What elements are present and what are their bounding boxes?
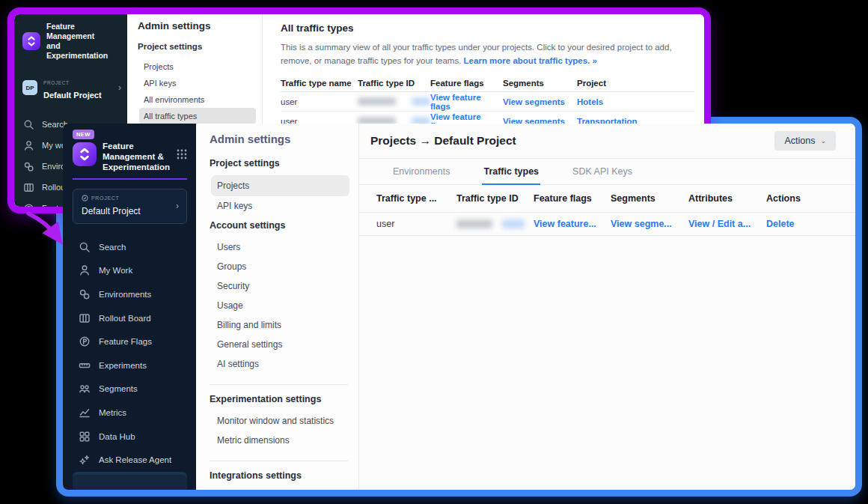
- people-icon: [79, 383, 91, 395]
- table-header-row: Traffic type name Traffic type ID Featur…: [281, 74, 694, 92]
- learn-more-link[interactable]: Learn more about traffic types. »: [464, 56, 597, 65]
- sidebar-item-partial: [73, 475, 187, 490]
- annotation-arrow: [13, 201, 73, 250]
- front-brand-title: Feature Management & Experimentation: [103, 141, 170, 172]
- chevron-right-icon: ›: [118, 82, 121, 93]
- brand-accent-line: [73, 178, 187, 180]
- board-icon: [23, 182, 34, 193]
- squares-icon: [79, 431, 91, 443]
- panel-item-general-settings[interactable]: General settings: [211, 335, 349, 354]
- panel-item-ai-settings[interactable]: AI settings: [211, 354, 349, 374]
- sidebar-item-ask-release-agent[interactable]: Ask Release Agent: [73, 448, 187, 472]
- panel-group-label: Account settings: [210, 220, 349, 231]
- back-brand-title: Feature Management and Experimentation: [46, 22, 120, 61]
- table-row: user View feature flags View segments Ho…: [281, 92, 694, 112]
- project-link[interactable]: Hotels: [577, 97, 694, 106]
- panel-item-monitor-window[interactable]: Monitor window and statistics: [211, 411, 349, 431]
- redacted-id: [358, 97, 430, 106]
- project-name: Default Project: [82, 206, 141, 216]
- split-logo-icon: [73, 142, 97, 166]
- panel-item-groups[interactable]: Groups: [211, 257, 349, 276]
- annotated-screenshot: Feature Management and Experimentation D…: [0, 0, 868, 504]
- sidebar-item-metrics[interactable]: Metrics: [73, 401, 187, 425]
- front-settings-panel: Admin settings Project settings Projects…: [196, 124, 359, 490]
- panel-item-metric-dimensions[interactable]: Metric dimensions: [211, 431, 349, 450]
- panel-item-users[interactable]: Users: [211, 237, 349, 257]
- new-badge: NEW: [73, 130, 94, 139]
- environments-icon: [23, 161, 34, 172]
- traffic-types-table: Traffic type name Traffic type ID Featur…: [281, 74, 694, 131]
- panel-group-label: Integrations settings: [210, 470, 349, 481]
- search-icon: [23, 119, 34, 130]
- actions-button[interactable]: Actions ⌄: [774, 131, 836, 151]
- environments-icon: [79, 288, 91, 300]
- panel-item-projects[interactable]: Projects: [211, 175, 349, 196]
- panel-title: Admin settings: [210, 133, 349, 145]
- ruler-icon: [79, 359, 91, 371]
- sidebar-item-my-work[interactable]: My Work: [73, 259, 187, 283]
- delete-link[interactable]: Delete: [766, 219, 855, 229]
- panel-item-billing[interactable]: Billing and limits: [211, 315, 349, 335]
- person-icon: [79, 264, 91, 276]
- redacted-id: [456, 219, 534, 228]
- sidebar-item-rollout-board[interactable]: Rollout Board: [73, 306, 187, 330]
- sidebar-item-segments[interactable]: Segments: [73, 377, 187, 401]
- back-brand: Feature Management and Experimentation: [14, 14, 127, 67]
- project-badge: DP: [22, 80, 37, 95]
- back-project-selector[interactable]: DP PROJECT Default Project ›: [14, 67, 127, 108]
- search-icon: [79, 241, 91, 253]
- project-label: PROJECT: [43, 80, 70, 85]
- table-row: user View feature... View segme... View …: [359, 213, 855, 236]
- project-label: PROJECT: [82, 195, 176, 201]
- panel-item-security[interactable]: Security: [211, 276, 349, 296]
- view-feature-flags-link[interactable]: View feature flags: [430, 93, 503, 111]
- project-name: Default Project: [43, 91, 102, 100]
- front-main: Projects → Default Project Actions ⌄ Env…: [359, 124, 855, 490]
- table-header-row: Traffic type ... Traffic type ID Feature…: [359, 185, 855, 213]
- front-project-selector[interactable]: PROJECT Default Project ›: [73, 189, 187, 224]
- chevron-right-icon: ›: [176, 201, 179, 211]
- tab-sdk-api-keys[interactable]: SDK API Keys: [571, 159, 634, 185]
- waffle-menu-icon[interactable]: [176, 148, 188, 160]
- page-title: All traffic types: [281, 22, 694, 34]
- chevron-down-icon: ⌄: [820, 137, 826, 145]
- person-icon: [23, 140, 34, 151]
- sidebar-item-experiments[interactable]: Experiments: [73, 353, 187, 377]
- front-brand: Feature Management & Experimentation: [73, 141, 187, 172]
- tab-bar: Environments Traffic types SDK API Keys: [359, 159, 855, 185]
- panel-group-label: Project settings: [138, 42, 256, 51]
- divider: [210, 384, 348, 385]
- main-header: Projects → Default Project Actions ⌄: [359, 124, 855, 159]
- sidebar-item-environments[interactable]: Environments: [73, 282, 187, 306]
- board-icon: [79, 312, 91, 324]
- page-description: This is a summary view of all your traff…: [281, 40, 692, 67]
- chart-icon: [79, 407, 91, 419]
- front-nav: Search My Work Environments Rollout Boar…: [73, 235, 187, 490]
- front-window: NEW Feature Management & Experimentation: [63, 124, 855, 490]
- panel-group-label: Project settings: [210, 158, 349, 168]
- tab-environments[interactable]: Environments: [391, 159, 451, 185]
- panel-item-projects[interactable]: Projects: [139, 58, 256, 75]
- panel-item-all-environments[interactable]: All environments: [139, 91, 256, 108]
- panel-group-label: Experimentation settings: [210, 394, 349, 404]
- view-edit-attributes-link[interactable]: View / Edit a...: [688, 219, 766, 229]
- view-segments-link[interactable]: View segments: [503, 97, 577, 106]
- panel-item-api-keys[interactable]: API keys: [211, 196, 349, 216]
- panel-item-api-keys[interactable]: API keys: [139, 75, 256, 91]
- tab-traffic-types[interactable]: Traffic types: [482, 159, 540, 185]
- panel-title: Admin settings: [138, 20, 256, 31]
- breadcrumb: Projects → Default Project: [370, 134, 774, 148]
- sidebar-item-feature-flags[interactable]: Feature Flags: [73, 330, 187, 353]
- project-icon: [82, 195, 88, 201]
- view-feature-flags-link[interactable]: View feature...: [534, 219, 611, 229]
- panel-item-integrations[interactable]: Integrations: [211, 488, 349, 490]
- panel-item-all-traffic-types[interactable]: All traffic types: [139, 108, 256, 124]
- sparkles-icon: [79, 454, 91, 466]
- sidebar-item-search[interactable]: Search: [73, 235, 187, 259]
- sidebar-item-data-hub[interactable]: Data Hub: [73, 425, 187, 449]
- split-logo-icon: [22, 32, 40, 50]
- panel-item-usage[interactable]: Usage: [211, 296, 349, 315]
- front-sidebar: NEW Feature Management & Experimentation: [63, 124, 196, 490]
- view-segments-link[interactable]: View segme...: [611, 219, 688, 229]
- flag-icon: [79, 336, 91, 347]
